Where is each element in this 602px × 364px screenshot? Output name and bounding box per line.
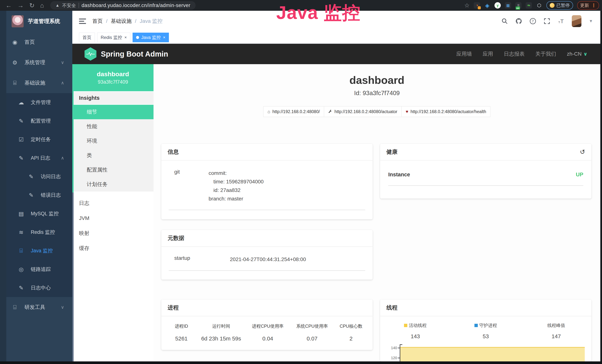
fullscreen-icon[interactable] <box>544 18 550 24</box>
extension-icon-grid[interactable]: ▦ <box>505 2 511 9</box>
val-system-cpu: 0.07 <box>290 335 334 342</box>
log-edit-icon: ✎ <box>28 173 34 180</box>
close-icon[interactable]: × <box>124 35 127 40</box>
actuator-url-button[interactable]: http://192.168.0.2:48080/actuator <box>324 106 402 117</box>
sba-nav-applications[interactable]: 应用 <box>483 50 493 57</box>
sba-locale-select[interactable]: zh-CN ∨ <box>567 51 587 57</box>
chevron-down-icon: ∨ <box>61 305 64 310</box>
menu-item-metrics[interactable]: 性能 <box>72 119 153 134</box>
menu-item-environment[interactable]: 环境 <box>72 134 153 148</box>
sidebar-item-label: 基础设施 <box>24 79 45 86</box>
history-icon[interactable]: ↺ <box>580 148 585 156</box>
sidebar-item-java-monitor[interactable]: ⌹ Java 监控 <box>0 241 72 260</box>
menu-item-jvm[interactable]: JVM <box>72 211 153 226</box>
svg-text:T: T <box>560 19 564 24</box>
sidebar-item-system[interactable]: ⚙ 系统管理 ∨ <box>0 52 72 73</box>
y-tick-120: 120 <box>391 356 397 360</box>
sidebar-item-home[interactable]: ◉ 首页 <box>0 32 72 52</box>
help-icon[interactable]: ? <box>529 18 536 24</box>
sidebar-item-access-log[interactable]: ✎ 访问日志 <box>0 167 72 186</box>
sidebar-item-jobs[interactable]: ☑ 定时任务 <box>0 130 72 149</box>
hamburger-icon[interactable] <box>79 19 86 24</box>
sidebar-item-api-log[interactable]: ✎ API 日志 ∧ <box>0 149 72 167</box>
tab-java-monitor[interactable]: Java 监控 × <box>133 33 169 42</box>
sidebar-item-redis[interactable]: ≋ Redis 监控 <box>0 223 72 241</box>
security-label[interactable]: 不安全 <box>62 2 76 9</box>
sba-header: Spring Boot Admin 应用墙 应用 日志报表 关于我们 zh-CN… <box>72 44 600 64</box>
extension-icon-swirl[interactable]: ◔ <box>474 2 480 9</box>
app-logo-row[interactable]: 芋道管理系统 <box>0 11 72 32</box>
sidebar-item-files[interactable]: ☁ 文件管理 <box>0 93 72 112</box>
sidebar-item-label: Java 监控 <box>31 247 53 254</box>
sidebar-item-infra[interactable]: ⌸ 基础设施 ∧ <box>0 73 72 93</box>
sidebar-item-log-center[interactable]: ✎ 日志中心 <box>0 278 72 297</box>
extension-icon-tampermonkey[interactable]: ☰on <box>515 2 522 9</box>
extensions-puzzle-icon[interactable]: ⬡ <box>536 2 542 9</box>
health-instance-row[interactable]: Instance UP <box>388 171 583 186</box>
close-icon[interactable]: × <box>163 35 165 40</box>
url-text[interactable]: dashboard.yudao.iocoder.cn/infra/admin-s… <box>82 3 190 8</box>
health-url-button[interactable]: ♥ http://192.168.0.2:48080/actuator/heal… <box>401 106 490 117</box>
app-logo-image <box>11 15 24 27</box>
sidebar-item-config[interactable]: ✎ 配置管理 <box>0 112 72 130</box>
bookmark-star-icon[interactable]: ☆ <box>464 2 470 9</box>
sidebar-item-tracing[interactable]: ◎ 链路追踪 <box>0 260 72 278</box>
sidebar-item-label: 文件管理 <box>31 99 51 106</box>
browser-menu-icon[interactable]: ⋮ <box>591 3 596 8</box>
menu-item-scheduled-tasks[interactable]: 计划任务 <box>72 177 153 192</box>
browser-reload-icon[interactable]: ↻ <box>29 2 35 9</box>
sidebar-item-mysql[interactable]: ▤ MySQL 监控 <box>0 204 72 223</box>
browser-update-button[interactable]: 更新 ⋮ <box>577 1 599 10</box>
instance-header[interactable]: dashboard 93a3fc7f7409 <box>72 64 153 91</box>
sidebar-item-label: 研发工具 <box>24 304 45 311</box>
tab-redis-monitor[interactable]: Redis 监控 × <box>97 33 130 42</box>
menu-item-classes[interactable]: 类 <box>72 148 153 163</box>
browser-home-icon[interactable]: ⌂ <box>40 2 44 9</box>
tab-home[interactable]: 首页 <box>79 33 95 42</box>
sba-brand-title[interactable]: Spring Boot Admin <box>101 50 168 58</box>
menu-item-logging[interactable]: 日志 <box>72 196 153 211</box>
sidebar-item-dev-tools[interactable]: ⌺ 研发工具 ∨ <box>0 297 72 317</box>
sba-nav-wall[interactable]: 应用墙 <box>456 50 472 57</box>
extension-icon-y[interactable]: y <box>494 2 501 9</box>
menu-item-details[interactable]: 细节 <box>72 105 153 119</box>
info-card-title: 信息 <box>168 148 179 156</box>
font-size-icon[interactable]: тT <box>558 18 564 24</box>
info-card: 信息 git commit: time: 1596289704000 id: 2… <box>161 144 373 219</box>
log-edit-icon: ✎ <box>18 155 24 161</box>
tags-view-bar: 首页 Redis 监控 × Java 监控 × <box>72 32 600 44</box>
live-threads-area-series <box>400 347 585 361</box>
threads-card: 线程 活动线程 143 守护进程 53 线程峰值 147 140 120 100 <box>380 300 591 361</box>
extension-badge <box>478 6 481 9</box>
menu-item-config-props[interactable]: 配置属性 <box>72 163 153 177</box>
extension-icon-leaf[interactable]: ❧ <box>526 2 532 9</box>
sidebar-item-label: 访问日志 <box>41 173 61 180</box>
sba-nav-journal[interactable]: 日志报表 <box>504 50 525 57</box>
paused-badge[interactable]: 已暂停 <box>546 1 573 10</box>
browser-back-icon[interactable]: ← <box>6 2 12 9</box>
emoji-face-icon <box>550 3 555 8</box>
process-card-title: 进程 <box>168 304 179 311</box>
service-url-button[interactable]: ⌂ http://192.168.0.2:48080/ <box>263 106 324 117</box>
layers-icon: ≋ <box>18 229 24 236</box>
security-warning-icon[interactable]: ▲ <box>55 3 60 8</box>
menu-item-mappings[interactable]: 映射 <box>72 226 153 241</box>
edit-icon: ✎ <box>18 118 24 124</box>
sba-logo-icon[interactable] <box>85 47 97 61</box>
instance-name: dashboard <box>97 70 129 78</box>
github-icon[interactable] <box>516 18 522 24</box>
tab-label: Redis 监控 <box>101 34 122 40</box>
search-icon[interactable] <box>501 18 508 24</box>
extension-icon-pin[interactable]: ◈ <box>484 2 490 9</box>
breadcrumb-infra[interactable]: 基础设施 <box>111 18 132 25</box>
address-bar[interactable]: ▲ 不安全 dashboard.yudao.iocoder.cn/infra/a… <box>50 1 196 10</box>
instance-id-line: Id: 93a3fc7f7409 <box>153 90 600 96</box>
avatar-caret-icon[interactable]: ▼ <box>589 19 593 23</box>
menu-item-caches[interactable]: 缓存 <box>72 241 153 256</box>
sba-nav-about[interactable]: 关于我们 <box>536 50 556 57</box>
sidebar-item-error-log[interactable]: ✎ 错误日志 <box>0 186 72 204</box>
user-avatar[interactable] <box>572 15 581 27</box>
browser-forward-icon[interactable]: → <box>17 2 24 9</box>
breadcrumb-home[interactable]: 首页 <box>92 18 103 25</box>
breadcrumb-separator: / <box>106 18 108 24</box>
